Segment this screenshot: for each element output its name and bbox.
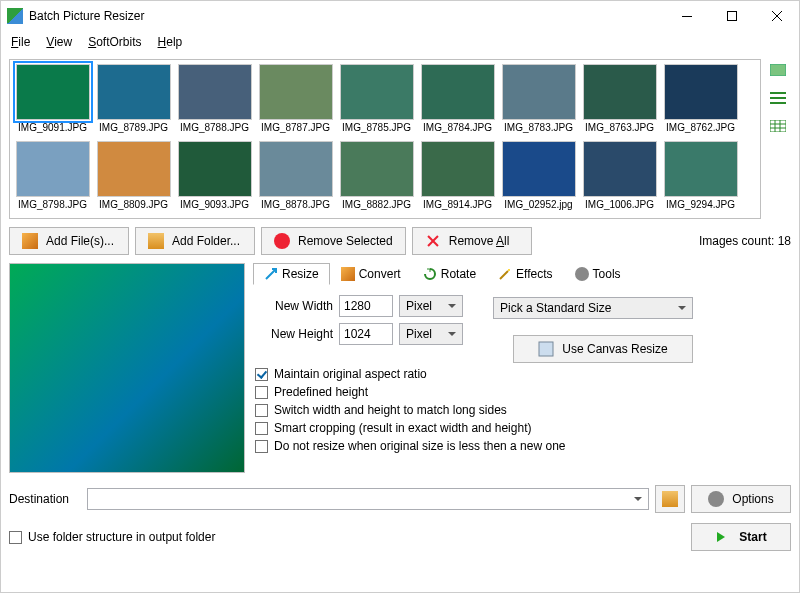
thumbnail-item[interactable]: IMG_8785.JPG [338, 64, 415, 137]
x-icon [425, 233, 441, 249]
thumbnail-item[interactable]: IMG_1006.JPG [581, 141, 658, 214]
view-details-icon[interactable] [767, 117, 789, 135]
window-title: Batch Picture Resizer [29, 9, 664, 23]
thumbnail-item[interactable]: IMG_8763.JPG [581, 64, 658, 137]
height-unit-select[interactable]: Pixel [399, 323, 463, 345]
gear-icon [708, 491, 724, 507]
resize-form: New Width Pixel New Height Pixel Pick a … [253, 291, 791, 461]
menu-help[interactable]: Help [150, 33, 191, 51]
minimize-button[interactable] [664, 1, 709, 31]
thumbnail-caption: IMG_8763.JPG [585, 122, 654, 133]
remove-selected-button[interactable]: Remove Selected [261, 227, 406, 255]
svg-rect-5 [539, 342, 553, 356]
thumbnail-image [340, 64, 414, 120]
tab-tools[interactable]: Tools [564, 263, 632, 285]
images-count-label: Images count: 18 [699, 234, 791, 248]
svg-point-4 [508, 269, 510, 271]
svg-rect-2 [770, 64, 786, 76]
image-icon [22, 233, 38, 249]
thumbnail-item[interactable]: IMG_9294.JPG [662, 141, 739, 214]
destination-row: Destination Options [9, 485, 791, 513]
predefined-height-checkbox[interactable]: Predefined height [255, 385, 789, 399]
new-width-label: New Width [255, 299, 333, 313]
thumbnail-caption: IMG_8878.JPG [261, 199, 330, 210]
close-button[interactable] [754, 1, 799, 31]
thumbnail-image [583, 64, 657, 120]
svg-rect-3 [770, 120, 786, 132]
folder-open-icon [662, 491, 678, 507]
thumbnail-image [178, 141, 252, 197]
thumbnail-gallery[interactable]: IMG_9091.JPGIMG_8789.JPGIMG_8788.JPGIMG_… [9, 59, 761, 219]
rotate-icon [423, 267, 437, 281]
thumbnail-image [259, 141, 333, 197]
tab-resize[interactable]: Resize [253, 263, 330, 285]
thumbnail-caption: IMG_8914.JPG [423, 199, 492, 210]
maximize-button[interactable] [709, 1, 754, 31]
thumbnail-item[interactable]: IMG_02952.jpg [500, 141, 577, 214]
remove-selected-label: Remove Selected [298, 234, 393, 248]
menu-softorbits[interactable]: SoftOrbits [80, 33, 149, 51]
tab-rotate[interactable]: Rotate [412, 263, 487, 285]
add-files-button[interactable]: Add File(s)... [9, 227, 129, 255]
view-thumbnails-icon[interactable] [767, 61, 789, 79]
smart-cropping-checkbox[interactable]: Smart cropping (result in exact width an… [255, 421, 789, 435]
thumbnail-item[interactable]: IMG_9091.JPG [14, 64, 91, 137]
standard-size-select[interactable]: Pick a Standard Size [493, 297, 693, 319]
tab-convert[interactable]: Convert [330, 263, 412, 285]
browse-destination-button[interactable] [655, 485, 685, 513]
thumbnail-item[interactable]: IMG_8882.JPG [338, 141, 415, 214]
menu-file[interactable]: File [3, 33, 38, 51]
new-height-input[interactable] [339, 323, 393, 345]
use-canvas-resize-button[interactable]: Use Canvas Resize [513, 335, 693, 363]
thumbnail-caption: IMG_8882.JPG [342, 199, 411, 210]
thumbnail-image [583, 141, 657, 197]
thumbnail-item[interactable]: IMG_8809.JPG [95, 141, 172, 214]
thumbnail-caption: IMG_8788.JPG [180, 122, 249, 133]
thumbnail-caption: IMG_8789.JPG [99, 122, 168, 133]
thumbnail-item[interactable]: IMG_8914.JPG [419, 141, 496, 214]
thumbnail-image [421, 141, 495, 197]
thumbnail-caption: IMG_8809.JPG [99, 199, 168, 210]
thumbnail-image [502, 64, 576, 120]
add-files-label: Add File(s)... [46, 234, 114, 248]
thumbnail-item[interactable]: IMG_8789.JPG [95, 64, 172, 137]
tools-icon [575, 267, 589, 281]
tab-effects[interactable]: Effects [487, 263, 563, 285]
view-list-icon[interactable] [767, 89, 789, 107]
thumbnail-item[interactable]: IMG_8787.JPG [257, 64, 334, 137]
svg-rect-1 [727, 12, 736, 21]
effects-icon [498, 267, 512, 281]
thumbnail-item[interactable]: IMG_8798.JPG [14, 141, 91, 214]
maintain-aspect-checkbox[interactable]: Maintain original aspect ratio [255, 367, 789, 381]
thumbnail-item[interactable]: IMG_8784.JPG [419, 64, 496, 137]
new-height-label: New Height [255, 327, 333, 341]
remove-all-button[interactable]: Remove All [412, 227, 532, 255]
thumbnail-caption: IMG_8784.JPG [423, 122, 492, 133]
thumbnail-item[interactable]: IMG_8762.JPG [662, 64, 739, 137]
width-unit-select[interactable]: Pixel [399, 295, 463, 317]
destination-label: Destination [9, 492, 81, 506]
start-button[interactable]: Start [691, 523, 791, 551]
view-mode-toolbar [767, 59, 791, 219]
thumbnail-caption: IMG_8798.JPG [18, 199, 87, 210]
destination-combo[interactable] [87, 488, 649, 510]
thumbnail-image [16, 141, 90, 197]
add-folder-button[interactable]: Add Folder... [135, 227, 255, 255]
thumbnail-item[interactable]: IMG_8878.JPG [257, 141, 334, 214]
thumbnail-caption: IMG_9294.JPG [666, 199, 735, 210]
thumbnail-item[interactable]: IMG_8788.JPG [176, 64, 253, 137]
no-upscale-checkbox[interactable]: Do not resize when original size is less… [255, 439, 789, 453]
thumbnail-image [421, 64, 495, 120]
use-folder-structure-checkbox[interactable]: Use folder structure in output folder [9, 530, 215, 544]
play-icon [715, 529, 731, 545]
action-toolbar: Add File(s)... Add Folder... Remove Sele… [9, 227, 791, 255]
switch-sides-checkbox[interactable]: Switch width and height to match long si… [255, 403, 789, 417]
bottom-row: Use folder structure in output folder St… [9, 523, 791, 551]
menu-view[interactable]: View [38, 33, 80, 51]
options-button[interactable]: Options [691, 485, 791, 513]
new-width-input[interactable] [339, 295, 393, 317]
thumbnail-item[interactable]: IMG_9093.JPG [176, 141, 253, 214]
thumbnail-item[interactable]: IMG_8783.JPG [500, 64, 577, 137]
thumbnail-image [340, 141, 414, 197]
remove-icon [274, 233, 290, 249]
